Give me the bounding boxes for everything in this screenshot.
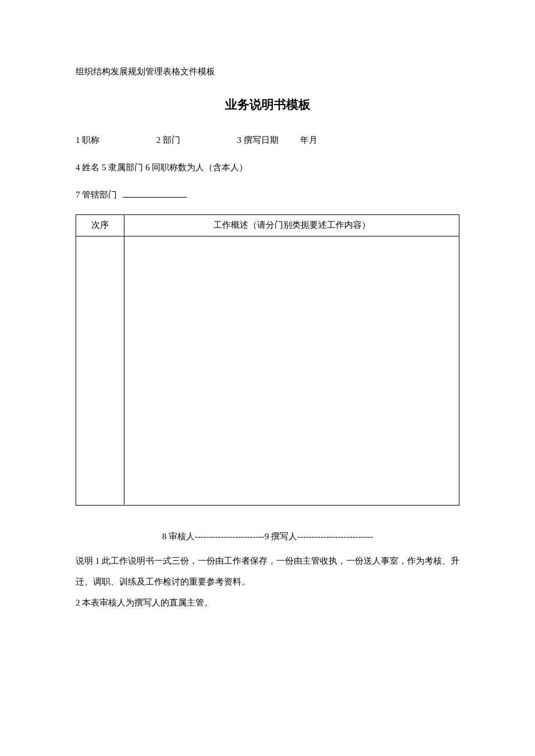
label-write-date: 3 撰写日期 xyxy=(237,135,279,145)
table-cell-seq xyxy=(76,236,124,505)
field-row-2: 4 姓名 5 隶属部门 6 同职称数为人（含本人） xyxy=(76,160,459,175)
note-1: 说明 1 此工作说明书一式三份，一份由工作者保存，一份由主管收执，一份送人事室，… xyxy=(76,550,459,592)
field-row-1: 1 职称 2 部门 3 撰写日期 年月 xyxy=(76,132,459,148)
table-header-desc: 工作概述（请分门别类扼要述工作内容） xyxy=(124,214,459,236)
input-managed-dept-line xyxy=(123,188,187,198)
dashes-2: -------------------------- xyxy=(297,532,373,541)
notes-block: 说明 1 此工作说明书一式三份，一份由工作者保存，一份由主管收执，一份送人事室，… xyxy=(76,550,459,613)
label-managed-dept: 7 管辖部门 xyxy=(76,190,117,199)
dashes-1: ------------------------ xyxy=(195,532,265,541)
table-cell-desc xyxy=(124,236,459,505)
label-department: 2 部门 xyxy=(156,135,180,145)
label-author: 9 撰写人 xyxy=(265,532,297,541)
label-reviewer: 8 审核人 xyxy=(162,532,195,541)
label-job-title: 1 职称 xyxy=(76,135,99,145)
doc-title: 业务说明书模板 xyxy=(76,94,459,116)
signature-line: 8 审核人------------------------9 撰写人------… xyxy=(76,529,459,544)
label-name-subdept-count: 4 姓名 5 隶属部门 6 同职称数为人（含本人） xyxy=(76,163,248,172)
label-date-unit: 年月 xyxy=(300,135,318,145)
work-table: 次序 工作概述（请分门别类扼要述工作内容） xyxy=(76,214,459,506)
field-row-3: 7 管辖部门 xyxy=(76,187,459,203)
doc-category: 组织结构发展规划管理表格文件模板 xyxy=(76,64,459,80)
note-2: 2 本表审核人为撰写人的直属主管。 xyxy=(76,592,459,613)
table-header-seq: 次序 xyxy=(76,214,124,236)
